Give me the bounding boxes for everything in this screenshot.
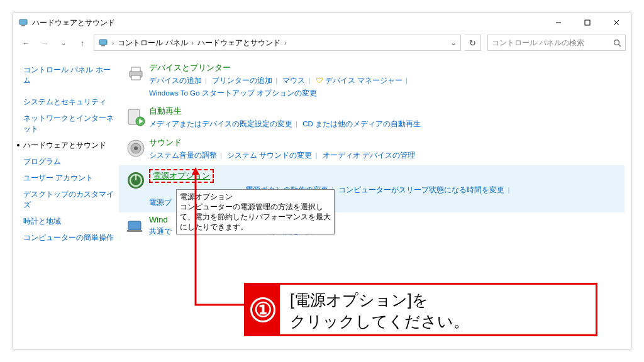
svg-marker-24 bbox=[192, 167, 199, 175]
callout-text: [電源オプション]を クリックしてください。 bbox=[280, 285, 479, 337]
instruction-callout: ① [電源オプション]を クリックしてください。 bbox=[244, 283, 597, 336]
callout-number-badge: ① bbox=[246, 285, 280, 334]
